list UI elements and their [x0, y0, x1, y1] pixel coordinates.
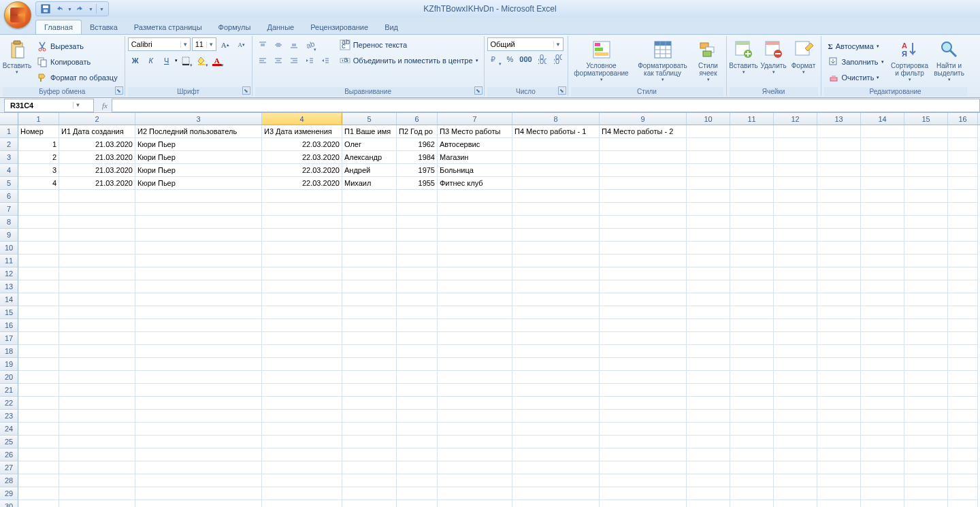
cell[interactable] — [600, 384, 687, 397]
cell[interactable] — [600, 190, 687, 203]
cell[interactable] — [904, 448, 948, 461]
cell[interactable] — [774, 242, 817, 255]
cell[interactable] — [512, 151, 600, 164]
cell[interactable] — [861, 487, 904, 500]
cell[interactable] — [730, 255, 774, 267]
cell[interactable] — [687, 371, 730, 384]
cell[interactable] — [342, 487, 397, 500]
cell[interactable] — [817, 436, 861, 448]
cell[interactable] — [342, 371, 397, 384]
row-header[interactable]: 21 — [0, 384, 18, 397]
cell[interactable] — [817, 177, 861, 190]
cell[interactable] — [397, 358, 438, 371]
cell[interactable] — [774, 319, 817, 332]
cell[interactable] — [774, 306, 817, 319]
cell[interactable]: П4 Место работы - 1 — [512, 125, 600, 138]
cell[interactable] — [904, 319, 948, 332]
cell[interactable] — [861, 151, 904, 164]
cell[interactable] — [438, 448, 512, 461]
cell[interactable] — [904, 125, 948, 138]
cell[interactable] — [438, 255, 512, 267]
row-header[interactable]: 7 — [0, 203, 18, 216]
cell[interactable] — [342, 280, 397, 293]
col-header[interactable]: 9 — [600, 113, 687, 125]
cell[interactable] — [904, 371, 948, 384]
cell[interactable] — [342, 319, 397, 332]
delete-button[interactable]: Удалить▾ — [760, 37, 788, 76]
row-header[interactable]: 25 — [0, 436, 18, 448]
row-header[interactable]: 1 — [0, 125, 18, 138]
cell[interactable] — [861, 203, 904, 216]
cell[interactable] — [861, 216, 904, 229]
cell[interactable]: И2 Последний пользователь — [135, 125, 262, 138]
col-header[interactable]: 2 — [59, 113, 135, 125]
cell[interactable] — [438, 500, 512, 507]
cell[interactable] — [948, 164, 978, 177]
cell[interactable] — [948, 332, 978, 345]
cell[interactable] — [342, 216, 397, 229]
cell[interactable]: Кюри Пьер — [135, 164, 262, 177]
cell[interactable] — [948, 410, 978, 423]
cell[interactable] — [817, 216, 861, 229]
cell[interactable] — [135, 229, 262, 242]
row-header[interactable]: 27 — [0, 461, 18, 474]
row-header[interactable]: 13 — [0, 280, 18, 293]
cell[interactable] — [687, 358, 730, 371]
cell[interactable] — [512, 384, 600, 397]
cell[interactable] — [438, 267, 512, 280]
cell[interactable] — [438, 358, 512, 371]
cell[interactable] — [774, 164, 817, 177]
col-header[interactable]: 8 — [512, 113, 600, 125]
col-header[interactable]: 1 — [18, 113, 59, 125]
cell[interactable] — [18, 474, 59, 487]
cell[interactable] — [262, 436, 342, 448]
cell[interactable]: П1 Ваше имя — [342, 125, 397, 138]
cell[interactable] — [600, 216, 687, 229]
cell[interactable] — [817, 125, 861, 138]
qat-customize-icon[interactable]: ▼ — [99, 7, 104, 12]
cell[interactable] — [948, 151, 978, 164]
cell[interactable] — [135, 267, 262, 280]
cell[interactable] — [861, 410, 904, 423]
cell[interactable] — [135, 384, 262, 397]
cell[interactable]: 22.03.2020 — [262, 138, 342, 151]
cell[interactable] — [262, 500, 342, 507]
cell[interactable] — [59, 461, 135, 474]
cell[interactable]: И1 Дата создания — [59, 125, 135, 138]
cell[interactable] — [774, 500, 817, 507]
select-all-corner[interactable] — [0, 113, 18, 125]
col-header[interactable]: 7 — [438, 113, 512, 125]
cell[interactable]: 21.03.2020 — [59, 138, 135, 151]
cell[interactable] — [262, 397, 342, 410]
tab-Вид[interactable]: Вид — [376, 20, 406, 34]
cell[interactable] — [342, 255, 397, 267]
cell[interactable] — [774, 216, 817, 229]
cell[interactable] — [904, 203, 948, 216]
cell[interactable] — [135, 332, 262, 345]
cell[interactable] — [687, 151, 730, 164]
cell[interactable] — [512, 410, 600, 423]
cell[interactable] — [438, 410, 512, 423]
cell[interactable]: 21.03.2020 — [59, 164, 135, 177]
cell[interactable] — [262, 229, 342, 242]
cell[interactable] — [59, 306, 135, 319]
cell[interactable] — [397, 216, 438, 229]
cell[interactable] — [18, 448, 59, 461]
cell[interactable] — [135, 280, 262, 293]
cell[interactable] — [774, 190, 817, 203]
office-button[interactable] — [4, 1, 31, 29]
cell[interactable] — [861, 448, 904, 461]
clear-button[interactable]: Очистить ▾ — [826, 70, 887, 85]
cell[interactable] — [438, 436, 512, 448]
row-header[interactable]: 15 — [0, 306, 18, 319]
col-header[interactable]: 11 — [730, 113, 774, 125]
align-top-icon[interactable] — [255, 37, 270, 52]
cell[interactable] — [774, 384, 817, 397]
cell[interactable] — [59, 255, 135, 267]
cell[interactable] — [904, 229, 948, 242]
cell[interactable] — [687, 138, 730, 151]
cell[interactable]: 1955 — [397, 177, 438, 190]
cell[interactable] — [342, 384, 397, 397]
row-header[interactable]: 26 — [0, 448, 18, 461]
cell[interactable] — [904, 423, 948, 436]
